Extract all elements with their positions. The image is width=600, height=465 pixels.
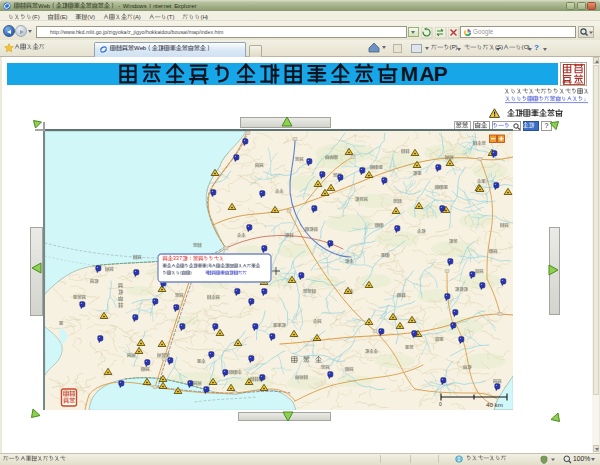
svg-text:): ) <box>65 14 67 20</box>
svg-text:-: - <box>118 3 120 9</box>
svg-text:A: A <box>419 62 434 85</box>
svg-text:): ) <box>206 14 208 20</box>
svg-text:P: P <box>434 62 448 85</box>
svg-text:): ) <box>455 43 457 50</box>
svg-text:↓: ↓ <box>583 96 586 102</box>
svg-text:): ) <box>172 14 174 20</box>
svg-text:): ) <box>139 14 141 20</box>
svg-text:b: b <box>143 45 147 51</box>
svg-text:M: M <box>401 62 419 85</box>
svg-text:): ) <box>38 14 40 20</box>
svg-text:s: s <box>144 3 147 9</box>
svg-text:r: r <box>194 3 196 9</box>
svg-text:t: t <box>170 3 172 9</box>
svg-text:b: b <box>47 3 51 9</box>
svg-text:): ) <box>501 43 503 50</box>
svg-text:): ) <box>527 43 529 50</box>
svg-text:I: I <box>149 3 151 9</box>
svg-text:): ) <box>93 14 95 20</box>
